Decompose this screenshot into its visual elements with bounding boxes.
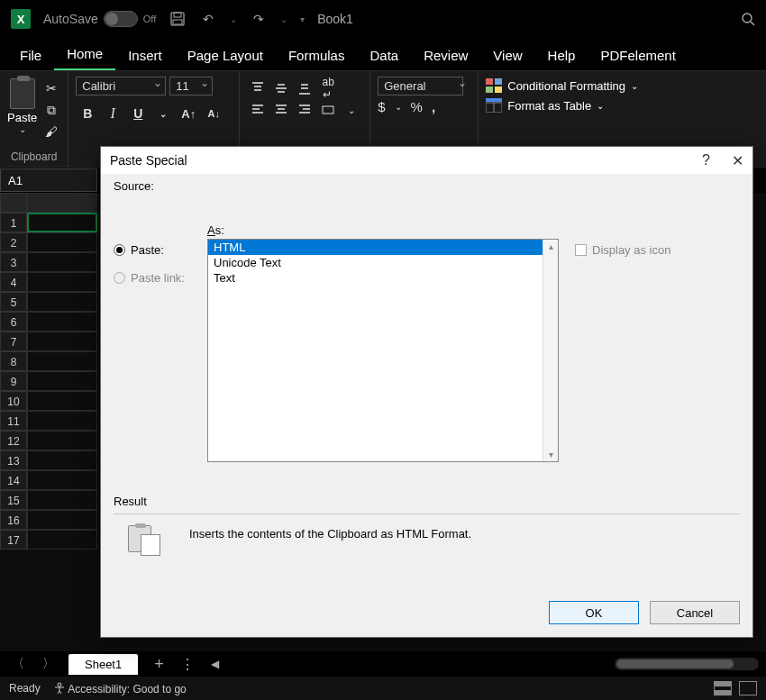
autosave-toggle[interactable]: AutoSave Off (43, 11, 156, 27)
align-bottom-button[interactable] (294, 78, 315, 98)
percent-format-button[interactable]: % (411, 99, 423, 114)
tab-page-layout[interactable]: Page Layout (175, 42, 276, 70)
row-header[interactable]: 13 (0, 450, 27, 470)
conditional-formatting-button[interactable]: Conditional Formatting ⌄ (486, 78, 759, 93)
format-listbox[interactable]: HTML Unicode Text Text ▴▾ (207, 239, 559, 462)
font-size-select[interactable] (169, 77, 213, 95)
listbox-scrollbar[interactable]: ▴▾ (543, 240, 558, 461)
font-name-select[interactable] (76, 77, 166, 95)
align-center-button[interactable] (270, 100, 292, 120)
row-header[interactable]: 11 (0, 411, 27, 431)
format-as-table-button[interactable]: Format as Table ⌄ (486, 98, 759, 113)
cell[interactable] (27, 431, 97, 450)
row-header[interactable]: 6 (0, 312, 27, 332)
name-box[interactable] (0, 168, 97, 192)
sheet-options-icon[interactable]: ⋮ (180, 656, 195, 673)
align-left-button[interactable] (247, 100, 269, 120)
accounting-dropdown[interactable]: ⌄ (395, 102, 402, 112)
underline-dropdown[interactable]: ⌄ (151, 103, 175, 124)
cell[interactable] (27, 351, 97, 371)
redo-icon[interactable]: ↷ (250, 10, 268, 28)
horizontal-scrollbar[interactable] (615, 658, 759, 670)
undo-dropdown-caret[interactable]: ⌄ (230, 14, 237, 24)
row-header[interactable]: 8 (0, 351, 27, 371)
tab-formulas[interactable]: Formulas (276, 42, 358, 70)
number-format-select[interactable] (378, 77, 463, 95)
redo-dropdown-caret[interactable]: ⌄ (280, 14, 287, 24)
row-header[interactable]: 17 (0, 530, 27, 550)
comma-format-button[interactable]: , (432, 99, 435, 114)
align-right-button[interactable] (294, 100, 315, 120)
row-header[interactable]: 7 (0, 332, 27, 351)
sheet-nav-prev[interactable]: 〈 (7, 653, 29, 675)
save-icon[interactable] (169, 10, 187, 28)
list-item-unicode-text[interactable]: Unicode Text (208, 255, 558, 270)
cell[interactable] (27, 232, 97, 252)
cell[interactable] (27, 371, 97, 391)
row-header[interactable]: 5 (0, 292, 27, 312)
accounting-format-button[interactable]: $ (378, 99, 385, 114)
cell[interactable] (27, 530, 97, 550)
tab-insert[interactable]: Insert (115, 42, 175, 70)
merge-dropdown[interactable]: ⌄ (341, 100, 362, 120)
page-layout-view-icon[interactable] (739, 681, 757, 695)
cell[interactable] (27, 450, 97, 470)
add-sheet-button[interactable]: + (147, 655, 171, 674)
row-header[interactable]: 1 (0, 213, 27, 232)
tab-data[interactable]: Data (357, 42, 411, 70)
dialog-close-button[interactable]: ✕ (732, 152, 743, 169)
cell[interactable] (27, 470, 97, 490)
row-header[interactable]: 3 (0, 252, 27, 272)
format-painter-icon[interactable]: 🖌 (42, 123, 60, 140)
row-header[interactable]: 15 (0, 490, 27, 510)
paste-dropdown-caret[interactable]: ⌄ (19, 124, 26, 134)
select-all-corner[interactable] (0, 193, 27, 213)
italic-button[interactable]: I (101, 103, 124, 124)
cut-icon[interactable]: ✂ (42, 80, 60, 96)
align-top-button[interactable] (247, 78, 269, 98)
accessibility-status[interactable]: Accessibility: Good to go (53, 682, 187, 695)
cell[interactable] (27, 411, 97, 431)
align-middle-button[interactable] (270, 78, 292, 98)
merge-center-button[interactable] (317, 100, 339, 120)
wrap-text-button[interactable]: ab↵ (317, 78, 339, 98)
col-header[interactable] (27, 193, 97, 213)
cell[interactable] (27, 312, 97, 332)
cell[interactable] (27, 292, 97, 312)
search-area[interactable] (548, 8, 755, 30)
tab-help[interactable]: Help (535, 42, 588, 70)
scroll-left-arrow[interactable]: ◀ (211, 658, 219, 670)
qat-customize-caret[interactable]: ▾ (300, 14, 305, 24)
row-header[interactable]: 4 (0, 272, 27, 292)
tab-pdfelement[interactable]: PDFelement (588, 42, 688, 70)
cell[interactable] (27, 510, 97, 530)
cell[interactable] (27, 391, 97, 411)
tab-file[interactable]: File (7, 42, 54, 70)
list-item-html[interactable]: HTML (208, 240, 558, 255)
cell[interactable] (27, 272, 97, 292)
paste-radio[interactable]: Paste: (114, 243, 193, 257)
tab-home[interactable]: Home (54, 41, 115, 70)
cell[interactable] (27, 252, 97, 272)
tab-review[interactable]: Review (411, 42, 480, 70)
normal-view-icon[interactable] (714, 681, 732, 695)
cell[interactable] (27, 332, 97, 351)
sheet-nav-next[interactable]: 〉 (38, 653, 59, 675)
dialog-help-button[interactable]: ? (702, 152, 710, 169)
decrease-font-button[interactable]: A↓ (202, 103, 225, 124)
copy-icon[interactable]: ⧉ (42, 102, 60, 118)
row-header[interactable]: 10 (0, 391, 27, 411)
row-header[interactable]: 12 (0, 431, 27, 450)
cell-a1[interactable] (27, 213, 97, 232)
underline-button[interactable]: U (126, 103, 150, 124)
undo-icon[interactable]: ↶ (199, 10, 217, 28)
sheet-tab-sheet1[interactable]: Sheet1 (68, 654, 138, 675)
cell[interactable] (27, 490, 97, 510)
list-item-text[interactable]: Text (208, 270, 558, 286)
increase-font-button[interactable]: A↑ (177, 103, 200, 124)
cancel-button[interactable]: Cancel (650, 601, 740, 624)
bold-button[interactable]: B (76, 103, 99, 124)
row-header[interactable]: 14 (0, 470, 27, 490)
toggle-track[interactable] (104, 11, 138, 27)
row-header[interactable]: 9 (0, 371, 27, 391)
